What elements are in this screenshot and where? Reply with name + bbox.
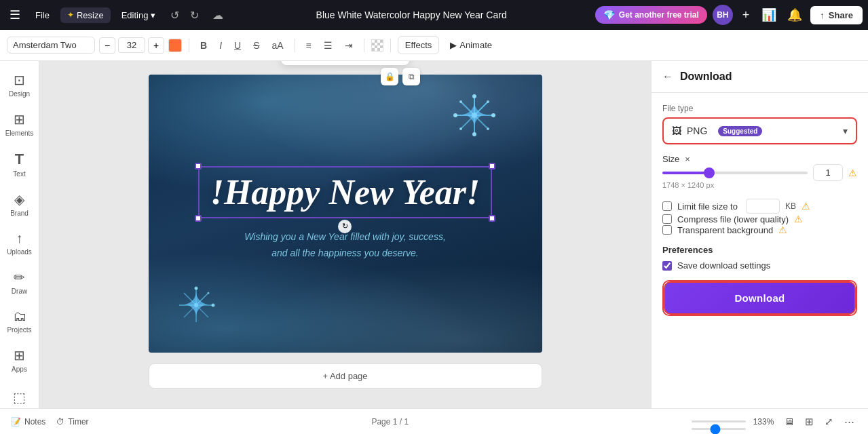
compress-checkbox[interactable] xyxy=(662,214,672,224)
bold-button[interactable]: B xyxy=(196,37,211,54)
formatting-toolbar: Amsterdam Two − + B I U S aA ≡ ☰ ⇥ Effec… xyxy=(0,30,868,61)
sidebar-item-background[interactable]: ⬚ Background xyxy=(3,384,37,408)
float-more-btn[interactable]: ··· xyxy=(389,61,404,62)
sidebar-item-projects[interactable]: 🗂 Projects xyxy=(3,303,37,339)
download-button[interactable]: Download xyxy=(664,281,856,315)
svg-line-3 xyxy=(474,115,488,129)
file-menu[interactable]: File xyxy=(30,7,55,23)
resize-button[interactable]: ✦ Resize xyxy=(60,7,111,23)
animate-button[interactable]: ▶ Animate xyxy=(443,37,499,54)
refresh-icon[interactable]: ↻ xyxy=(338,220,352,233)
apps-icon: ⊞ xyxy=(14,347,25,363)
font-size-control: − + xyxy=(99,37,164,54)
sidebar-item-design[interactable]: ⊡ Design xyxy=(3,66,37,103)
font-family-select[interactable]: Amsterdam Two xyxy=(7,37,95,54)
handle-top-right[interactable] xyxy=(489,163,495,170)
list-button[interactable]: ☰ xyxy=(320,37,337,54)
stats-icon[interactable]: 📊 xyxy=(759,5,779,25)
canvas-text-selection[interactable]: !Happy New Year! ↻ xyxy=(198,166,493,218)
notes-label: Notes xyxy=(24,417,45,427)
save-settings-checkbox[interactable] xyxy=(662,261,672,271)
limit-file-size-input[interactable] xyxy=(746,199,780,214)
star-icon: ✦ xyxy=(67,10,74,20)
more-options-button[interactable]: ⋯ xyxy=(842,414,857,429)
lock-canvas-btn[interactable]: 🔒 xyxy=(381,68,398,85)
file-type-section: File type 🖼 PNG Suggested ▾ xyxy=(662,104,857,144)
trial-button[interactable]: 💎 Get another free trial xyxy=(595,6,707,24)
redo-button[interactable]: ↻ xyxy=(186,6,203,24)
grid-view-button[interactable]: ⊞ xyxy=(802,414,816,429)
add-page-button[interactable]: + Add page xyxy=(149,363,542,389)
left-sidebar: ⊡ Design ⊞ Elements T Text ◈ Brand ↑ Upl… xyxy=(0,61,39,408)
limit-file-size-checkbox[interactable] xyxy=(662,201,672,211)
list-outdent-button[interactable]: ⇥ xyxy=(341,37,357,54)
suggested-badge: Suggested xyxy=(718,126,762,136)
align-button[interactable]: ≡ xyxy=(302,37,316,54)
transparent-checkbox[interactable] xyxy=(662,225,672,235)
svg-line-5 xyxy=(461,115,474,129)
font-size-input[interactable] xyxy=(118,37,145,53)
menu-icon[interactable]: ☰ xyxy=(5,5,24,25)
expand-button[interactable]: ⤢ xyxy=(822,414,836,429)
case-button[interactable]: aA xyxy=(267,37,287,54)
cloud-icon[interactable]: ☁ xyxy=(208,6,227,24)
undo-button[interactable]: ↺ xyxy=(166,6,183,24)
uploads-icon: ↑ xyxy=(16,231,23,246)
sidebar-item-apps[interactable]: ⊞ Apps xyxy=(3,342,37,378)
panel-back-button[interactable]: ← xyxy=(662,71,673,83)
float-delete-btn[interactable]: 🗑 xyxy=(368,61,385,62)
sidebar-item-draw[interactable]: ✏ Draw xyxy=(3,264,37,300)
notes-button[interactable]: 📝 Notes xyxy=(11,417,45,427)
limit-file-size-row: Limit file size to KB ⚠ xyxy=(662,199,857,214)
avatar[interactable]: BH xyxy=(713,5,733,25)
animate-icon: ▶ xyxy=(450,40,457,50)
share-button[interactable]: ↑ Share xyxy=(810,6,863,24)
handle-top-left[interactable] xyxy=(195,163,202,170)
svg-line-22 xyxy=(184,305,196,317)
decrease-font-size[interactable]: − xyxy=(99,37,115,54)
firework-1 xyxy=(447,88,502,142)
italic-button[interactable]: I xyxy=(215,37,226,54)
file-type-left: 🖼 PNG Suggested xyxy=(672,125,762,136)
bottom-bar: 📝 Notes ⏱ Timer Page 1 / 1 133% 🖥 ⊞ ⤢ ⋯ xyxy=(0,408,868,434)
share-label: Share xyxy=(829,10,853,20)
sidebar-label-apps: Apps xyxy=(12,366,27,373)
svg-point-13 xyxy=(459,127,462,130)
add-icon[interactable]: + xyxy=(738,7,754,24)
timer-button[interactable]: ⏱ Timer xyxy=(56,417,88,427)
canvas-title[interactable]: !Happy New Year! xyxy=(198,166,493,218)
effects-button[interactable]: Effects xyxy=(398,36,440,54)
text-icon: T xyxy=(15,151,24,168)
editing-button[interactable]: Editing ▾ xyxy=(116,7,162,23)
handle-bottom-right[interactable] xyxy=(489,215,495,222)
canvas-area[interactable]: 🔒 ⧉ ✏ ↻ 🔒 ⧉ 🗑 ··· xyxy=(39,61,651,408)
desktop-view-button[interactable]: 🖥 xyxy=(781,414,797,429)
float-lock-btn[interactable]: 🔒 xyxy=(326,61,345,62)
sidebar-item-text[interactable]: T Text xyxy=(3,145,37,183)
size-input[interactable] xyxy=(813,164,843,181)
underline-button[interactable]: U xyxy=(230,37,245,54)
strikethrough-button[interactable]: S xyxy=(249,37,263,54)
sidebar-item-uploads[interactable]: ↑ Uploads xyxy=(3,225,37,261)
size-close-icon[interactable]: × xyxy=(685,154,690,164)
sidebar-item-brand[interactable]: ◈ Brand xyxy=(3,186,37,222)
float-pencil-btn[interactable]: ✏ xyxy=(286,61,302,62)
size-slider[interactable] xyxy=(662,172,808,174)
font-color-picker[interactable] xyxy=(168,39,182,52)
notification-icon[interactable]: 🔔 xyxy=(785,5,805,25)
zoom-value: 133% xyxy=(751,417,776,427)
file-type-icon: 🖼 xyxy=(672,125,681,136)
float-refresh-btn[interactable]: ↻ xyxy=(306,61,322,62)
float-duplicate-btn[interactable]: ⧉ xyxy=(350,61,364,62)
zoom-slider[interactable] xyxy=(692,428,746,430)
increase-font-size[interactable]: + xyxy=(148,37,164,54)
separator-1 xyxy=(189,39,189,52)
file-type-select[interactable]: 🖼 PNG Suggested ▾ xyxy=(662,117,857,144)
sidebar-item-elements[interactable]: ⊞ Elements xyxy=(3,106,37,142)
transparency-checker[interactable] xyxy=(371,39,383,52)
duplicate-canvas-btn[interactable]: ⧉ xyxy=(402,68,420,85)
panel-title: Download xyxy=(680,71,732,83)
warning-icon: ⚠ xyxy=(848,167,857,178)
handle-bottom-left[interactable] xyxy=(195,215,202,222)
canvas-card[interactable]: !Happy New Year! ↻ Wishing you a New Yea… xyxy=(149,75,542,353)
